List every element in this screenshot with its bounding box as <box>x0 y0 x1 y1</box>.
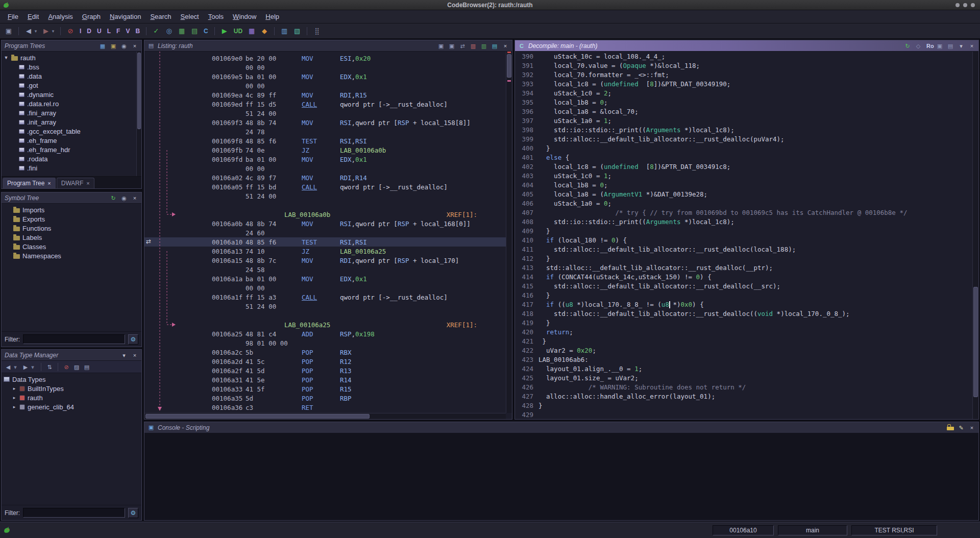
listing-row[interactable]: 00106a05ff 15 bdCALLqword ptr [->__rust_… <box>144 182 506 191</box>
listing-row[interactable]: 00106a0b48 8b 74MOVRSI,qword ptr [RSP + … <box>144 219 506 228</box>
tree-item-functions[interactable]: Functions <box>2 224 136 233</box>
memory-icon[interactable]: ▥ <box>480 42 487 50</box>
listing-row[interactable]: 00 00 <box>144 81 506 90</box>
operands[interactable]: RBX <box>340 349 506 356</box>
tree-item-fini[interactable]: .fini <box>2 163 136 173</box>
code-text[interactable]: local_1c8 = (undefined [8])&PTR_DAT_0034… <box>538 163 730 172</box>
nav-back-menu-icon[interactable]: ▾ <box>34 27 38 36</box>
copy-icon[interactable]: ▣ <box>936 42 943 50</box>
tree-item-fini_array[interactable]: .fini_array <box>2 108 136 117</box>
tree-item-builtintypes[interactable]: ▸BuiltInTypes <box>2 384 136 393</box>
console-header[interactable]: ▣ Console - Scripting ✎× <box>144 422 978 433</box>
menu-item-search[interactable]: Search <box>145 11 176 22</box>
tree-item-got[interactable]: .got <box>2 81 136 90</box>
data-table-icon[interactable]: ▥ <box>280 27 289 36</box>
scrollbar-thumb[interactable] <box>145 414 370 419</box>
listing-row[interactable]: 51 24 00 <box>144 302 506 311</box>
listing-row[interactable]: 001069fb74 0eJZLAB_00106a0b <box>144 145 506 155</box>
operands[interactable]: EDX,0x1 <box>340 156 506 163</box>
listing-row[interactable]: 00106a024c 89 f7MOVRDI,R14 <box>144 173 506 182</box>
duplicate-icon[interactable]: ▣ <box>437 42 445 50</box>
listing-row[interactable]: 00106a36c3RET <box>144 403 506 412</box>
decompile-line[interactable]: 397 uStack_1a0 = 1; <box>518 117 972 126</box>
code-label[interactable]: LAB_00106a25 <box>284 321 330 329</box>
clear-code-icon[interactable]: C <box>203 27 209 36</box>
tree-item-labels[interactable]: Labels <box>2 233 136 242</box>
tree-item-rauth[interactable]: ▼rauth <box>2 53 136 62</box>
decompile-line[interactable]: 392 local_70.formatter = _<>::fmt; <box>518 71 972 80</box>
marker-u-icon[interactable]: U <box>96 27 103 36</box>
function-graph-icon[interactable]: ▦ <box>247 27 256 36</box>
operands[interactable]: qword ptr [->__rust_dealloc] <box>340 183 506 191</box>
menu-down-icon[interactable]: ▾ <box>120 352 128 359</box>
window-control-dot[interactable] <box>963 3 967 7</box>
more-icon[interactable]: ⣿ <box>312 27 322 36</box>
filter-off-icon[interactable]: ⊘ <box>63 362 70 372</box>
menu-item-navigation[interactable]: Navigation <box>105 11 145 22</box>
code-text[interactable]: local_70.formatter = _<>::fmt; <box>538 71 669 80</box>
clear-console-icon[interactable]: ✎ <box>958 424 965 431</box>
next-type-icon[interactable]: ▶ <box>22 362 29 372</box>
tree-item-gcc_except_table[interactable]: .gcc_except_table <box>2 127 136 136</box>
operands[interactable]: qword ptr [->__rust_dealloc] <box>340 294 506 301</box>
operands[interactable]: qword ptr [->__rust_dealloc] <box>340 101 506 108</box>
next-menu-icon[interactable]: ▾ <box>29 362 36 372</box>
code-text[interactable]: if (CONCAT44(uStack_14c,uStack_150) != 0… <box>538 273 712 282</box>
decompile-line[interactable]: 414 if (CONCAT44(uStack_14c,uStack_150) … <box>518 273 972 282</box>
listing-row[interactable]: 00106a3341 5fPOPR15 <box>144 384 506 394</box>
mnemonic[interactable]: CALL <box>302 101 340 108</box>
decompile-line[interactable]: 400 } <box>518 144 972 154</box>
decompile-line[interactable]: 393 local_1c8 = (undefined [8])&PTR_DAT_… <box>518 80 972 89</box>
mnemonic[interactable]: MOV <box>302 220 340 228</box>
mnemonic[interactable]: JZ <box>302 146 340 154</box>
listing-row[interactable]: 001069ea4c 89 ffMOVRDI,R15 <box>144 90 506 100</box>
listing-row[interactable]: 00106a2548 81 c4ADDRSP,0x198 <box>144 329 506 338</box>
scrollbar-thumb[interactable] <box>973 287 978 397</box>
xref[interactable]: XREF[1]: <box>447 321 506 329</box>
listing-row[interactable]: 51 24 00 <box>144 109 506 118</box>
decompile-line[interactable]: 419 } <box>518 319 972 328</box>
listing-row[interactable]: 24 60 <box>144 228 506 237</box>
readonly-toggle[interactable]: Ro <box>925 42 933 50</box>
prev-type-icon[interactable]: ◀ <box>5 362 12 372</box>
close-icon[interactable]: × <box>131 194 138 202</box>
listing-row[interactable]: 001069e5ba 01 00MOVEDX,0x1 <box>144 72 506 81</box>
listing-label-row[interactable]: LAB_00106a25XREF[1]: <box>144 320 506 329</box>
marker-f-icon[interactable]: F <box>115 27 121 36</box>
code-text[interactable]: local_1c8 = (undefined [8])&PTR_DAT_0034… <box>538 80 730 89</box>
open-folder-icon[interactable]: ▣ <box>110 42 117 50</box>
snapshot-icon[interactable]: ◉ <box>120 194 128 202</box>
listing-scrollbar-vertical[interactable] <box>506 52 512 413</box>
operands[interactable]: RSI,RSI <box>340 238 506 246</box>
decompile-line[interactable]: 415 std::alloc::__default_lib_allocator:… <box>518 282 972 291</box>
clear-marks-icon[interactable]: ⊘ <box>66 27 75 36</box>
listing-row[interactable]: 001069e0be 20 00MOVESI,0x20 <box>144 54 506 63</box>
decompile-line[interactable]: 412 } <box>518 255 972 264</box>
decompile-line[interactable]: 421 } <box>518 337 972 347</box>
code-text[interactable]: std::alloc::__default_lib_allocator::__r… <box>538 264 773 273</box>
decompile-line[interactable]: 391 local_70.value = (Opaque *)&local_11… <box>518 62 972 71</box>
close-icon[interactable]: × <box>131 42 138 50</box>
decompile-line[interactable]: 411 std::alloc::__default_lib_allocator:… <box>518 246 972 255</box>
marker-v-icon[interactable]: V <box>125 27 131 36</box>
tab-program-tree[interactable]: Program Tree× <box>3 178 56 188</box>
sort-icon[interactable]: ⇅ <box>46 362 53 372</box>
mnemonic[interactable]: MOV <box>302 275 340 283</box>
listing-label-row[interactable]: LAB_00106a0bXREF[1]: <box>144 210 506 219</box>
tree-item-bss[interactable]: .bss <box>2 62 136 71</box>
code-text[interactable]: } <box>538 402 543 411</box>
operands[interactable]: ESI,0x20 <box>340 55 506 62</box>
mnemonic[interactable]: POP <box>302 385 340 393</box>
listing-row[interactable]: 51 24 00 <box>144 191 506 201</box>
save-icon[interactable]: ▣ <box>4 27 13 36</box>
listing-row[interactable]: 24 78 <box>144 127 506 136</box>
mnemonic[interactable]: MOV <box>302 119 340 127</box>
decompile-line[interactable]: 399 std::alloc::__default_lib_allocator:… <box>518 135 972 144</box>
tree-item-data-types[interactable]: Data Types <box>2 375 136 384</box>
listing-row[interactable]: 00106a2c5bPOPRBX <box>144 348 506 357</box>
code-text[interactable]: /* WARNING: Subroutine does not return *… <box>538 383 746 393</box>
listing-row[interactable]: 00106a1548 8b 7cMOVRDI,qword ptr [RSP + … <box>144 256 506 265</box>
window-control-dot[interactable] <box>971 3 975 7</box>
mnemonic[interactable]: MOV <box>302 55 340 62</box>
decompile-line[interactable]: 402 local_1c8 = (undefined [8])&PTR_DAT_… <box>518 163 972 172</box>
